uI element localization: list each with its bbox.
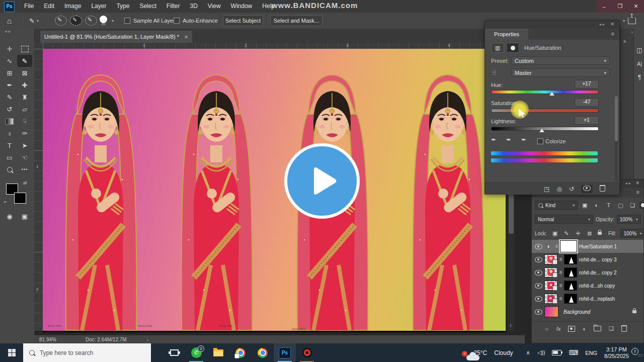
tool-preset-picker[interactable]: ✎ ▾ <box>29 13 39 29</box>
menu-item-select[interactable]: Select <box>134 0 161 13</box>
lightness-slider-thumb[interactable] <box>539 129 544 132</box>
channel-dropdown[interactable]: Master▾ <box>511 68 610 77</box>
targeted-adjustment-icon[interactable]: ☝ <box>492 69 496 76</box>
mask-link-icon[interactable]: 8 <box>555 244 558 249</box>
whatsapp-button[interactable]: ✆ 2 <box>185 343 207 362</box>
delete-adjustment-icon[interactable] <box>600 185 605 193</box>
layer-name[interactable]: rohit-de... copy 2 <box>579 270 616 276</box>
scrollbar-thumb[interactable] <box>615 96 618 141</box>
home-icon[interactable]: ⌂ <box>7 13 12 29</box>
background-color-swatch[interactable] <box>14 193 26 204</box>
filter-type-layers-icon[interactable]: T <box>604 202 614 208</box>
keyboard-icon[interactable]: ⌨ <box>569 349 578 356</box>
filter-shape-layers-icon[interactable]: ▢ <box>616 202 626 209</box>
hand-tool[interactable]: ☜ <box>17 151 32 163</box>
taskbar-clock[interactable]: 3:17 PM 8/25/2025 <box>604 346 629 359</box>
opacity-dropdown[interactable]: 100%▾ <box>617 215 641 224</box>
layer-row-sh-copy[interactable]: 8 rohit-d...sh copy <box>532 279 643 292</box>
lock-transparency-icon[interactable]: ▣ <box>551 230 558 237</box>
canvas[interactable]: Sony 1111 Sony 1111 Sony 1111 Sony 1111 <box>43 49 506 332</box>
minimize-button[interactable]: – <box>599 4 609 10</box>
file-explorer-button[interactable] <box>207 343 229 362</box>
filter-kind-dropdown[interactable]: Kind ▾ <box>535 201 578 210</box>
menu-item-window[interactable]: Window <box>226 0 258 13</box>
hue-value[interactable]: +17 <box>575 80 599 88</box>
sample-all-layers-checkbox[interactable]: Sample All Layers <box>124 13 178 29</box>
clip-to-layer-icon[interactable]: ◳ <box>544 186 549 193</box>
select-subject-button[interactable]: Select Subject <box>223 15 263 26</box>
selection-brush-tool[interactable]: ✎ <box>17 55 32 67</box>
filtering-toggle[interactable] <box>639 202 644 209</box>
battery-icon[interactable] <box>552 350 561 355</box>
history-brush-tool[interactable]: ↺ <box>2 103 17 115</box>
hue-slider[interactable] <box>491 90 599 94</box>
screen-mode-button[interactable]: ▣ <box>17 211 32 222</box>
lock-position-icon[interactable]: ✛ <box>575 230 582 237</box>
language-indicator[interactable]: ENG <box>585 350 597 356</box>
collapse-panel-icon[interactable]: ◄◄ <box>624 182 630 185</box>
preset-dropdown[interactable]: Custom▾ <box>511 56 610 65</box>
select-and-mask-button[interactable]: Select and Mask... <box>270 15 323 26</box>
filter-adjustment-layers-icon[interactable]: ◐ <box>592 202 602 208</box>
new-layer-icon[interactable]: ❏ <box>609 325 614 332</box>
layer-thumbnail[interactable] <box>544 267 557 278</box>
layer-row-background[interactable]: Background <box>532 305 643 318</box>
delete-layer-icon[interactable] <box>621 325 627 332</box>
chrome-button-2[interactable] <box>252 343 274 362</box>
brush-size-caret[interactable]: ▾ <box>112 13 114 29</box>
layer-name[interactable]: Background <box>564 309 590 315</box>
link-layers-icon[interactable]: ∞ <box>545 326 549 332</box>
layer-thumbnail[interactable] <box>544 306 558 317</box>
play-button[interactable] <box>284 143 360 219</box>
menu-item-type[interactable]: Type <box>111 0 134 13</box>
bandicam-button[interactable] <box>296 343 318 362</box>
layer-visibility-icon[interactable] <box>535 283 542 289</box>
layer-mask-thumbnail[interactable] <box>560 240 577 252</box>
photoshop-taskbar-button[interactable]: Ps <box>274 343 296 362</box>
toggle-visibility-icon[interactable] <box>581 185 593 193</box>
tab-properties[interactable]: Properties <box>485 29 528 40</box>
share-icon[interactable]: ↥ <box>628 18 636 24</box>
path-select-tool[interactable]: ➤ <box>17 139 32 151</box>
saturation-slider[interactable] <box>491 109 599 113</box>
panel-menu-icon[interactable]: ≡ <box>636 189 639 195</box>
eyedropper-sample-icon[interactable]: ✒ <box>491 136 496 143</box>
taskbar-search-box[interactable]: Type here to search <box>23 343 151 362</box>
smudge-tool[interactable]: ☟ <box>17 115 32 127</box>
rectangle-tool[interactable]: ▭ <box>2 151 17 163</box>
quick-mask-button[interactable]: ◉ <box>2 211 17 222</box>
layer-name[interactable]: Hue/Saturation 1 <box>579 244 617 249</box>
mask-controls-button[interactable] <box>506 43 519 53</box>
filter-smart-objects-icon[interactable]: ❏ <box>627 202 637 209</box>
layer-name[interactable]: rohit-d...sh copy <box>579 283 615 289</box>
layer-visibility-icon[interactable] <box>535 244 542 249</box>
start-button[interactable] <box>0 343 23 362</box>
properties-titlebar[interactable]: ◄◄ ✕ <box>485 21 619 29</box>
layer-row-copy2[interactable]: 8 rohit-de... copy 2 <box>532 266 643 279</box>
paragraph-panel-icon[interactable]: ¶ <box>634 74 644 81</box>
restore-button[interactable]: ❐ <box>615 3 625 10</box>
layer-thumbnail[interactable] <box>544 254 557 264</box>
crop-tool[interactable]: ⊞ <box>2 67 17 79</box>
layer-thumbnail[interactable] <box>544 294 557 304</box>
type-tool[interactable]: T <box>2 139 17 151</box>
adjustment-layer-icon[interactable]: ◐ <box>544 243 553 250</box>
menu-item-3d[interactable]: 3D <box>185 0 202 13</box>
hidden-icons-chevron[interactable]: ∧ <box>526 349 530 356</box>
background-lock-icon[interactable] <box>632 310 636 313</box>
weather-desc[interactable]: Cloudy <box>494 349 513 356</box>
new-group-icon[interactable] <box>594 326 601 331</box>
healing-brush-tool[interactable]: ✚ <box>17 79 32 91</box>
adjustments-panel-icon[interactable]: ◫ <box>634 47 644 54</box>
close-panel-icon[interactable]: ✕ <box>635 180 639 186</box>
mask-link-icon[interactable]: 8 <box>559 270 562 275</box>
move-tool[interactable]: ✛ <box>2 43 17 55</box>
zoom-tool[interactable] <box>2 163 17 175</box>
menu-item-filter[interactable]: Filter <box>162 0 185 13</box>
mask-link-icon[interactable]: 8 <box>559 296 562 301</box>
layer-mask-thumbnail[interactable] <box>564 294 577 304</box>
eyedropper-subtract-icon[interactable]: ✒ <box>521 136 526 143</box>
panel-scrollbar[interactable] <box>615 96 618 182</box>
hue-slider-thumb[interactable] <box>549 92 554 96</box>
reset-adjustment-icon[interactable]: ↺ <box>569 186 574 193</box>
